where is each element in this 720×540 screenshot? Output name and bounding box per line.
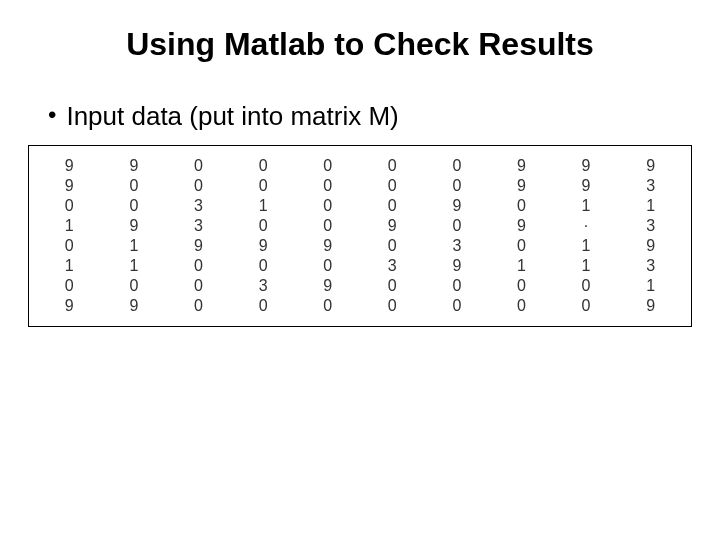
matrix-cell: 0 (425, 216, 490, 236)
matrix-cell: 0 (102, 176, 167, 196)
matrix-cell: 3 (166, 216, 231, 236)
matrix-cell: 0 (166, 276, 231, 296)
matrix-cell: 0 (295, 216, 360, 236)
matrix-cell: 0 (489, 276, 554, 296)
bullet-dot-icon: • (48, 101, 56, 129)
matrix-cell: 3 (231, 276, 296, 296)
matrix-cell: 9 (102, 156, 167, 176)
matrix-cell: · (554, 216, 619, 236)
matrix-cell: 9 (489, 216, 554, 236)
matrix-cell: 0 (295, 196, 360, 216)
matrix-cell: 0 (425, 296, 490, 316)
table-row: 9900000009 (37, 296, 683, 316)
bullet-text: Input data (put into matrix M) (66, 101, 398, 131)
table-row: 19300909·3 (37, 216, 683, 236)
matrix-box: 99000009999000000993003100901119300909·3… (28, 145, 692, 327)
matrix-cell: 0 (489, 296, 554, 316)
matrix-cell: 1 (554, 196, 619, 216)
matrix-cell: 0 (554, 296, 619, 316)
matrix-cell: 0 (37, 196, 102, 216)
matrix-cell: 0 (295, 176, 360, 196)
matrix-cell: 0 (360, 196, 425, 216)
matrix-cell: 0 (360, 156, 425, 176)
slide: Using Matlab to Check Results • Input da… (0, 0, 720, 540)
matrix-cell: 9 (554, 156, 619, 176)
matrix-cell: 0 (102, 276, 167, 296)
matrix-cell: 0 (360, 276, 425, 296)
matrix-cell: 1 (554, 256, 619, 276)
matrix-cell: 9 (489, 176, 554, 196)
matrix-cell: 1 (37, 216, 102, 236)
matrix-cell: 1 (554, 236, 619, 256)
matrix-cell: 0 (37, 236, 102, 256)
table-row: 0199903019 (37, 236, 683, 256)
matrix-cell: 0 (231, 216, 296, 236)
table-row: 1100039113 (37, 256, 683, 276)
matrix-cell: 0 (295, 156, 360, 176)
matrix-cell: 9 (166, 236, 231, 256)
matrix-cell: 0 (425, 156, 490, 176)
matrix-cell: 9 (102, 216, 167, 236)
matrix-cell: 9 (618, 156, 683, 176)
matrix-cell: 0 (360, 236, 425, 256)
matrix-cell: 0 (554, 276, 619, 296)
matrix-cell: 3 (166, 196, 231, 216)
matrix-cell: 9 (37, 296, 102, 316)
matrix-cell: 0 (166, 256, 231, 276)
matrix-cell: 9 (102, 296, 167, 316)
matrix-cell: 9 (360, 216, 425, 236)
matrix-cell: 1 (37, 256, 102, 276)
bullet-item: • Input data (put into matrix M) (0, 101, 720, 131)
matrix-cell: 0 (489, 196, 554, 216)
matrix-cell: 3 (618, 216, 683, 236)
slide-title: Using Matlab to Check Results (0, 0, 720, 83)
matrix-cell: 9 (618, 296, 683, 316)
matrix-cell: 1 (102, 236, 167, 256)
matrix-cell: 9 (231, 236, 296, 256)
matrix-cell: 0 (166, 176, 231, 196)
matrix-cell: 1 (618, 276, 683, 296)
matrix-cell: 3 (618, 176, 683, 196)
matrix-cell: 0 (360, 296, 425, 316)
matrix-cell: 3 (618, 256, 683, 276)
matrix-cell: 0 (102, 196, 167, 216)
matrix-table: 99000009999000000993003100901119300909·3… (37, 156, 683, 316)
matrix-cell: 9 (295, 276, 360, 296)
matrix-cell: 0 (231, 296, 296, 316)
matrix-cell: 0 (295, 256, 360, 276)
matrix-cell: 9 (489, 156, 554, 176)
matrix-cell: 0 (231, 156, 296, 176)
matrix-cell: 1 (618, 196, 683, 216)
matrix-cell: 9 (37, 156, 102, 176)
matrix-cell: 0 (360, 176, 425, 196)
matrix-cell: 9 (554, 176, 619, 196)
table-row: 0031009011 (37, 196, 683, 216)
table-row: 9900000999 (37, 156, 683, 176)
matrix-cell: 0 (489, 236, 554, 256)
matrix-cell: 1 (102, 256, 167, 276)
matrix-cell: 0 (37, 276, 102, 296)
matrix-cell: 3 (360, 256, 425, 276)
matrix-cell: 0 (231, 256, 296, 276)
matrix-cell: 9 (425, 256, 490, 276)
matrix-cell: 0 (166, 156, 231, 176)
matrix-cell: 0 (425, 276, 490, 296)
matrix-cell: 1 (231, 196, 296, 216)
matrix-cell: 0 (166, 296, 231, 316)
matrix-cell: 1 (489, 256, 554, 276)
matrix-cell: 9 (37, 176, 102, 196)
table-row: 9000000993 (37, 176, 683, 196)
matrix-cell: 0 (425, 176, 490, 196)
matrix-cell: 0 (295, 296, 360, 316)
matrix-cell: 9 (618, 236, 683, 256)
matrix-cell: 0 (231, 176, 296, 196)
matrix-cell: 3 (425, 236, 490, 256)
matrix-cell: 9 (425, 196, 490, 216)
table-row: 0003900001 (37, 276, 683, 296)
matrix-cell: 9 (295, 236, 360, 256)
